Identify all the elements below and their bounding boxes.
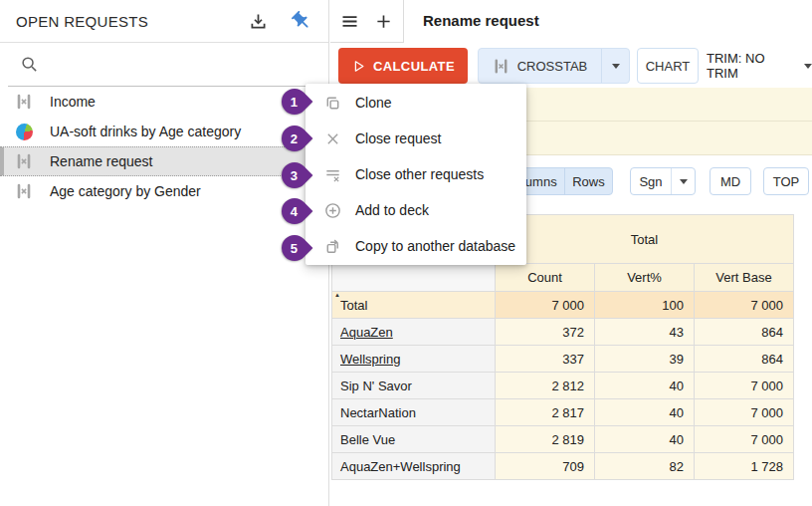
column-header-vert-[interactable]: Vert% bbox=[595, 264, 695, 292]
table-cell: 2 819 bbox=[496, 426, 595, 453]
md-button[interactable]: MD bbox=[710, 167, 751, 195]
table-cell: 7 000 bbox=[695, 426, 794, 453]
play-icon bbox=[351, 59, 366, 74]
hamburger-icon bbox=[339, 11, 360, 32]
download-icon bbox=[248, 11, 269, 32]
table-cell: 709 bbox=[496, 453, 595, 480]
open-requests-header: OPEN REQUESTS bbox=[0, 0, 328, 43]
row-label: Total bbox=[332, 292, 496, 319]
table-cell: 100 bbox=[595, 292, 695, 319]
request-label: Income bbox=[50, 94, 96, 110]
pin-icon bbox=[291, 10, 312, 32]
table-row: NectarNation2 817407 000 bbox=[332, 399, 794, 426]
table-cell: 40 bbox=[595, 373, 695, 399]
pin-button[interactable] bbox=[290, 9, 313, 33]
table-cell: 2 817 bbox=[496, 399, 595, 426]
badge-number: 2 bbox=[291, 130, 298, 145]
request-label: Rename request bbox=[50, 153, 153, 169]
open-requests-panel: OPEN REQUESTS IncomeUA-soft drinks by Ag… bbox=[0, 0, 329, 506]
row-label: NectarNation bbox=[332, 399, 496, 426]
menu-item-label: Clone bbox=[355, 95, 392, 111]
table-corner-cell bbox=[332, 264, 496, 292]
table-row: Sip N' Savor2 812407 000 bbox=[332, 373, 794, 399]
table-row: Wellspring33739864 bbox=[332, 346, 794, 373]
trim-label: TRIM: NO TRIM bbox=[707, 51, 797, 81]
table-row: Belle Vue2 819407 000 bbox=[332, 426, 794, 453]
chevron-down-icon bbox=[680, 179, 688, 184]
request-toolbar: CALCULATE CROSSTAB CHART TRIM: NO TRIM bbox=[330, 48, 812, 84]
copy-to-database-icon bbox=[323, 237, 342, 256]
table-cell: 1 728 bbox=[695, 453, 794, 480]
badge-number: 3 bbox=[291, 167, 298, 182]
calculate-button[interactable]: CALCULATE bbox=[338, 48, 468, 84]
row-label: Sip N' Savor bbox=[332, 373, 496, 399]
menu-item-clone[interactable]: Clone bbox=[305, 85, 526, 121]
menu-item-copy-to-another-database[interactable]: Copy to another database bbox=[305, 228, 526, 264]
table-cell: 7 000 bbox=[695, 373, 794, 399]
crosstab-icon bbox=[493, 58, 509, 75]
table-cell: 7 000 bbox=[695, 292, 794, 319]
menu-item-close-other-requests[interactable]: Close other requests bbox=[305, 156, 526, 192]
table-cell: 7 000 bbox=[496, 292, 595, 319]
menu-item-close-request[interactable]: Close request bbox=[305, 121, 526, 156]
chevron-down-icon bbox=[612, 64, 620, 69]
download-button[interactable] bbox=[246, 9, 270, 33]
table-row: AquaZen37243864 bbox=[332, 319, 794, 346]
chart-view-button[interactable]: CHART bbox=[637, 48, 699, 84]
row-label[interactable]: Wellspring bbox=[332, 346, 496, 373]
pie-chart-icon bbox=[14, 122, 34, 141]
plus-icon bbox=[373, 11, 394, 32]
tabstrip bbox=[330, 0, 404, 43]
close-icon bbox=[323, 129, 342, 148]
badge-number: 5 bbox=[291, 240, 298, 255]
rows-toggle[interactable]: Rows bbox=[564, 168, 612, 194]
trim-dropdown[interactable]: TRIM: NO TRIM bbox=[707, 48, 812, 84]
request-search[interactable] bbox=[8, 43, 320, 87]
table-cell: 43 bbox=[595, 319, 695, 346]
row-label[interactable]: AquaZen bbox=[332, 319, 496, 346]
table-row: Total7 0001007 000 bbox=[332, 292, 794, 319]
table-row: AquaZen+Wellspring709821 728 bbox=[332, 453, 794, 480]
column-header-count[interactable]: Count bbox=[496, 264, 595, 292]
sidebar-item-age-category-by-gender[interactable]: Age category by Gender bbox=[0, 176, 328, 206]
badge-number: 1 bbox=[291, 95, 298, 110]
new-request-button[interactable] bbox=[372, 9, 396, 33]
crosstab-dropdown[interactable] bbox=[601, 49, 629, 83]
sidebar-item-ua-soft-drinks-by-age-category[interactable]: UA-soft drinks by Age category bbox=[0, 117, 328, 146]
table-cell: 82 bbox=[595, 453, 695, 480]
close-other-requests-icon bbox=[323, 165, 342, 184]
row-label: AquaZen+Wellspring bbox=[332, 453, 496, 480]
menu-item-add-to-deck[interactable]: Add to deck bbox=[305, 192, 526, 228]
table-cell: 40 bbox=[595, 426, 695, 453]
crosstab-label: CROSSTAB bbox=[517, 59, 588, 74]
table-cell: 372 bbox=[496, 319, 595, 346]
sidebar-item-income[interactable]: Income bbox=[0, 87, 328, 117]
top-button[interactable]: TOP bbox=[763, 167, 809, 195]
chevron-down-icon bbox=[804, 64, 812, 69]
sgn-button[interactable]: Sgn bbox=[630, 167, 696, 195]
clone-icon bbox=[323, 94, 342, 113]
table-cell: 7 000 bbox=[695, 399, 794, 426]
app-window: OPEN REQUESTS IncomeUA-soft drinks by Ag… bbox=[0, 0, 812, 506]
column-header-vert-base[interactable]: Vert Base bbox=[695, 264, 794, 292]
search-icon bbox=[20, 55, 39, 74]
request-label: UA-soft drinks by Age category bbox=[50, 124, 241, 139]
menu-item-label: Close other requests bbox=[355, 166, 484, 182]
table-cell: 864 bbox=[695, 346, 794, 373]
request-context-menu: CloneClose requestClose other requestsAd… bbox=[305, 84, 526, 265]
menu-button[interactable] bbox=[338, 9, 362, 33]
menu-item-label: Close request bbox=[355, 130, 441, 146]
table-cell: 39 bbox=[595, 346, 695, 373]
table-cell: 864 bbox=[695, 319, 794, 346]
menu-item-label: Copy to another database bbox=[355, 238, 515, 254]
sidebar-item-rename-request[interactable]: Rename request bbox=[0, 146, 328, 176]
sgn-dropdown[interactable] bbox=[671, 168, 695, 194]
table-cell: 2 812 bbox=[496, 373, 595, 399]
badge-number: 4 bbox=[291, 204, 298, 219]
row-label: Belle Vue bbox=[332, 426, 496, 453]
menu-item-label: Add to deck bbox=[355, 202, 429, 218]
table-cell: 40 bbox=[595, 399, 695, 426]
crosstab-view-button[interactable]: CROSSTAB bbox=[478, 48, 630, 84]
table-group-header[interactable]: Total bbox=[496, 215, 794, 264]
search-input[interactable] bbox=[49, 57, 308, 73]
